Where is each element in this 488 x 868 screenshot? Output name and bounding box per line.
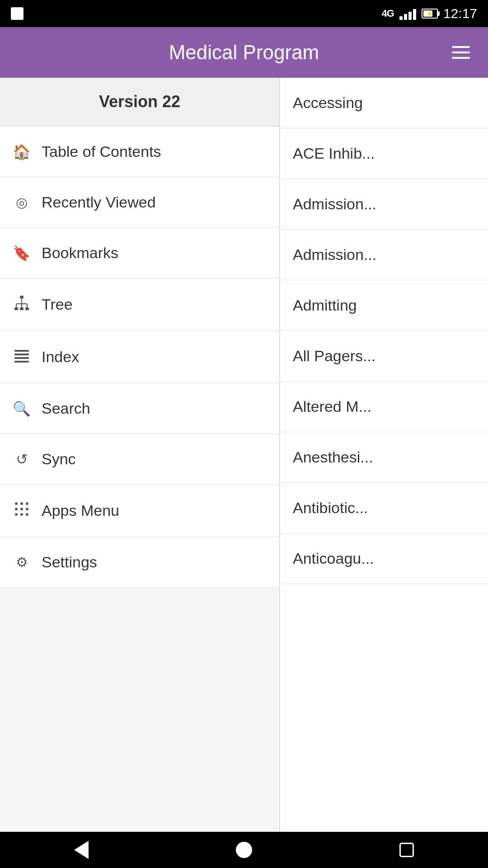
content-area: Version 22 🏠 Table of Contents ◎ Recentl…: [0, 78, 488, 832]
hamburger-line-3: [452, 57, 470, 59]
index-item-accessing[interactable]: Accessing: [280, 78, 488, 128]
version-text: Version 22: [99, 92, 180, 111]
svg-point-20: [20, 513, 23, 516]
app-header: Medical Program: [0, 27, 488, 78]
navigation-bar: [0, 832, 488, 868]
svg-point-21: [26, 513, 28, 516]
index-item-label: Antibiotic...: [293, 499, 368, 516]
battery-icon: ⚡: [422, 9, 438, 19]
svg-point-16: [15, 508, 18, 510]
sidebar-item-label: Sync: [42, 450, 76, 468]
back-button[interactable]: [63, 836, 99, 863]
status-bar-left: [11, 7, 23, 20]
search-icon: 🔍: [13, 400, 31, 417]
index-item-label: ACE Inhib...: [293, 145, 375, 162]
index-item-label: All Pagers...: [293, 347, 375, 364]
sidebar-item-tree[interactable]: Tree: [0, 278, 279, 331]
hamburger-line-2: [452, 52, 470, 53]
bolt-icon: ⚡: [426, 10, 433, 17]
bookmark-icon: 🔖: [13, 245, 31, 262]
apps-icon: [13, 501, 31, 520]
index-item-antibiotics[interactable]: Antibiotic...: [280, 483, 488, 533]
sidebar-item-index[interactable]: Index: [0, 331, 279, 383]
index-item-label: Anticoagu...: [293, 550, 374, 567]
index-item-label: Admitting: [293, 297, 357, 314]
svg-rect-9: [14, 350, 29, 352]
signal-bar-3: [408, 12, 412, 20]
sidebar-item-sync[interactable]: ↺ Sync: [0, 434, 279, 485]
index-item-label: Accessing: [293, 94, 363, 111]
signal-bar-2: [404, 14, 407, 20]
sim-icon: [11, 7, 23, 20]
sidebar-item-label: Apps Menu: [42, 502, 119, 519]
version-header: Version 22: [0, 78, 279, 127]
index-item-anticoagulants[interactable]: Anticoagu...: [280, 533, 488, 584]
signal-icon: [399, 7, 416, 20]
svg-rect-12: [14, 361, 29, 363]
svg-point-18: [26, 508, 28, 510]
index-item-ace-inhibitors[interactable]: ACE Inhib...: [280, 128, 488, 179]
signal-bar-1: [399, 16, 403, 20]
settings-icon: ⚙: [13, 554, 31, 570]
sidebar-item-label: Recently Viewed: [42, 193, 156, 211]
svg-rect-11: [14, 357, 29, 359]
svg-rect-1: [14, 307, 18, 310]
index-item-admitting[interactable]: Admitting: [280, 280, 488, 331]
svg-point-15: [26, 502, 28, 505]
index-item-altered-m[interactable]: Altered M...: [280, 382, 488, 432]
svg-point-19: [15, 513, 18, 516]
navigation-icon: ◎: [13, 194, 31, 210]
sidebar-item-label: Index: [42, 348, 79, 366]
sidebar-item-apps-menu[interactable]: Apps Menu: [0, 485, 279, 537]
hamburger-menu-button[interactable]: [448, 42, 474, 62]
svg-rect-3: [25, 307, 29, 310]
sidebar-item-table-of-contents[interactable]: 🏠 Table of Contents: [0, 127, 279, 177]
svg-rect-10: [14, 354, 29, 355]
lte-badge: 4G: [382, 8, 394, 19]
svg-point-17: [20, 508, 23, 510]
index-item-label: Altered M...: [293, 398, 371, 415]
index-item-all-pagers[interactable]: All Pagers...: [280, 331, 488, 382]
tree-icon: [13, 295, 31, 314]
index-item-admission2[interactable]: Admission...: [280, 230, 488, 280]
time-display: 12:17: [443, 6, 477, 21]
index-panel: Accessing ACE Inhib... Admission... Admi…: [280, 78, 488, 832]
sidebar: Version 22 🏠 Table of Contents ◎ Recentl…: [0, 78, 280, 832]
hamburger-line-1: [452, 46, 470, 48]
svg-rect-0: [20, 296, 23, 298]
index-item-admission1[interactable]: Admission...: [280, 179, 488, 230]
status-bar-right: 4G ⚡ 12:17: [382, 6, 477, 21]
sync-icon: ↺: [13, 451, 31, 468]
index-item-label: Admission...: [293, 195, 376, 212]
recent-apps-icon: [399, 843, 414, 857]
app-title: Medical Program: [14, 41, 474, 64]
sidebar-item-label: Table of Contents: [42, 143, 161, 160]
index-item-label: Admission...: [293, 246, 376, 263]
svg-rect-2: [20, 307, 23, 310]
sidebar-item-bookmarks[interactable]: 🔖 Bookmarks: [0, 228, 279, 278]
sidebar-item-label: Search: [42, 400, 90, 417]
sidebar-item-label: Settings: [42, 553, 97, 571]
sidebar-item-recently-viewed[interactable]: ◎ Recently Viewed: [0, 177, 279, 228]
sidebar-item-label: Bookmarks: [42, 244, 118, 262]
home-icon: 🏠: [13, 143, 31, 160]
index-item-anesthesia[interactable]: Anesthesi...: [280, 432, 488, 483]
home-nav-icon: [236, 842, 252, 858]
signal-bar-4: [413, 9, 416, 20]
status-bar: 4G ⚡ 12:17: [0, 0, 488, 27]
index-item-label: Anesthesi...: [293, 448, 373, 466]
svg-point-13: [15, 502, 18, 505]
back-icon: [74, 841, 89, 859]
home-button[interactable]: [226, 836, 262, 863]
index-icon: [13, 347, 31, 367]
recent-apps-button[interactable]: [389, 836, 425, 863]
sidebar-item-label: Tree: [42, 296, 73, 313]
sidebar-item-settings[interactable]: ⚙ Settings: [0, 537, 279, 588]
svg-point-14: [20, 502, 23, 505]
sidebar-item-search[interactable]: 🔍 Search: [0, 383, 279, 434]
